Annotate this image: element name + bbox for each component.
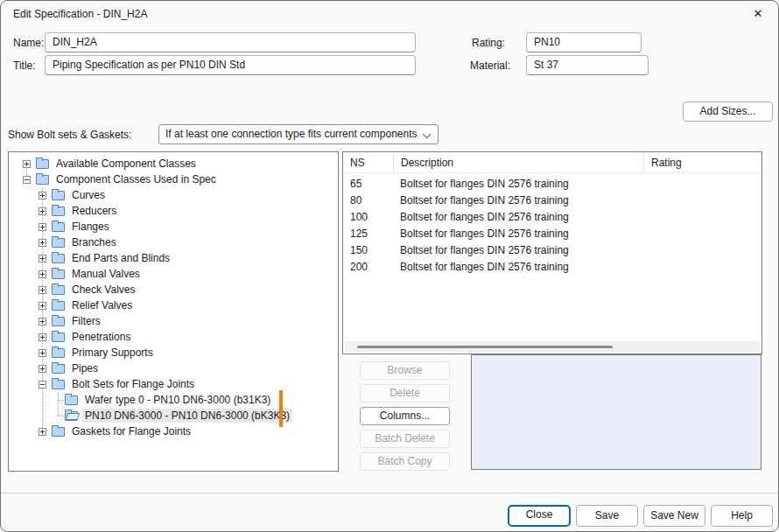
expand-icon[interactable] (39, 286, 46, 294)
open-folder-icon (65, 411, 78, 421)
title-label: Title: (13, 60, 36, 72)
tree-item-label: Branches (69, 235, 119, 249)
tree-item-wafer-boltset[interactable]: Wafer type 0 - PN10 DN6-3000 (b31K3) (9, 392, 338, 408)
cell-rating (643, 242, 761, 259)
cell-ns: 80 (343, 192, 393, 209)
add-sizes-button[interactable]: Add Sizes... (683, 102, 773, 122)
folder-icon (52, 254, 65, 263)
tree-item-label: Flanges (69, 220, 112, 234)
save-button[interactable]: Save (576, 505, 638, 527)
folder-icon (52, 206, 65, 216)
column-header-rating[interactable]: Rating (643, 152, 761, 173)
preview-panel (471, 354, 761, 470)
folder-icon (52, 191, 65, 200)
expand-icon[interactable] (39, 270, 46, 278)
batch-copy-button[interactable]: Batch Copy (360, 452, 450, 471)
tree-item-reducers[interactable]: Reducers (9, 203, 338, 219)
cell-rating (643, 192, 761, 209)
title-bar[interactable]: Edit Specification - DIN_H2A ✕ (1, 1, 778, 27)
tree-item-gaskets[interactable]: Gaskets for Flange Joints (9, 424, 338, 439)
tree-item-label: Relief Valves (69, 298, 135, 312)
footer-divider (1, 493, 779, 494)
close-icon[interactable]: ✕ (745, 4, 771, 24)
tree-item-pn10-boltset[interactable]: PN10 DN6-3000 - PN10 DN6-3000 (bK3K3) (9, 408, 338, 424)
table-row[interactable]: 125 Boltset for flanges DIN 2576 trainin… (343, 226, 761, 242)
folder-icon (52, 301, 65, 311)
tree-item-label: Penetrations (69, 330, 133, 344)
filter-dropdown-value: If at least one connection type fits cur… (165, 128, 418, 140)
scrollbar-thumb[interactable] (357, 346, 613, 348)
horizontal-scrollbar[interactable] (345, 341, 760, 352)
tree-item-manual-valves[interactable]: Manual Valves (9, 266, 338, 282)
tree-item-label: Component Classes Used in Spec (53, 172, 219, 186)
collapse-icon[interactable] (39, 381, 46, 388)
tree-item-end-parts[interactable]: End Parts and Blinds (9, 250, 338, 266)
tree-item-flanges[interactable]: Flanges (9, 219, 338, 234)
expand-icon[interactable] (39, 223, 46, 231)
column-header-ns[interactable]: NS (343, 152, 393, 173)
expand-icon[interactable] (23, 160, 31, 168)
save-new-button[interactable]: Save New (643, 505, 705, 527)
expand-icon[interactable] (39, 302, 46, 310)
expand-icon[interactable] (39, 349, 46, 357)
expand-icon[interactable] (39, 239, 46, 247)
tree-item-label: End Parts and Blinds (69, 251, 172, 265)
expand-icon[interactable] (39, 428, 46, 436)
columns-button[interactable]: Columns... (360, 407, 450, 425)
tree-item-branches[interactable]: Branches (9, 234, 338, 250)
expand-icon[interactable] (39, 318, 46, 326)
help-button[interactable]: Help (711, 505, 773, 527)
folder-icon (52, 238, 65, 248)
window-title: Edit Specification - DIN_H2A (13, 8, 147, 20)
tree-item-pipes[interactable]: Pipes (9, 360, 338, 376)
batch-delete-button[interactable]: Batch Delete (360, 430, 450, 448)
selection-marker (279, 390, 283, 427)
folder-icon (65, 396, 78, 405)
table-row[interactable]: 80 Boltset for flanges DIN 2576 training (343, 192, 761, 209)
expand-icon[interactable] (39, 207, 46, 215)
cell-ns: 100 (343, 209, 393, 226)
rating-field[interactable]: PN10 (526, 32, 642, 52)
filter-dropdown[interactable]: If at least one connection type fits cur… (158, 124, 439, 144)
tree-item-label: Curves (69, 188, 108, 202)
close-button[interactable]: Close (508, 505, 571, 527)
table-row[interactable]: 65 Boltset for flanges DIN 2576 training (343, 176, 761, 192)
table-header: NS Description Rating (343, 152, 761, 173)
column-header-description[interactable]: Description (393, 152, 643, 173)
tree-item-used-in-spec[interactable]: Component Classes Used in Spec (9, 172, 338, 187)
table-row[interactable]: 200 Boltset for flanges DIN 2576 trainin… (343, 259, 761, 276)
table-row[interactable]: 150 Boltset for flanges DIN 2576 trainin… (343, 242, 761, 259)
material-field[interactable]: St 37 (526, 55, 649, 75)
boltset-table-panel[interactable]: NS Description Rating 65 Boltset for fla… (342, 151, 762, 354)
tree-item-label: Bolt Sets for Flange Joints (69, 377, 197, 391)
browse-button[interactable]: Browse (360, 361, 450, 380)
expand-icon[interactable] (39, 192, 46, 200)
tree-item-available-classes[interactable]: Available Component Classes (9, 156, 338, 172)
folder-icon (36, 159, 49, 169)
tree-item-penetrations[interactable]: Penetrations (9, 329, 338, 345)
folder-icon (52, 317, 65, 326)
expand-icon[interactable] (39, 333, 46, 341)
collapse-icon[interactable] (23, 176, 31, 184)
tree-item-label: Manual Valves (69, 267, 143, 281)
name-field[interactable]: DIN_H2A (45, 32, 416, 52)
table-body: 65 Boltset for flanges DIN 2576 training… (343, 173, 761, 276)
tree-item-check-valves[interactable]: Check Valves (9, 282, 338, 298)
tree-item-label: Check Valves (69, 283, 137, 297)
table-row[interactable]: 100 Boltset for flanges DIN 2576 trainin… (343, 209, 761, 226)
component-tree-panel[interactable]: Available Component Classes Component Cl… (8, 151, 339, 472)
tree-item-primary-supports[interactable]: Primary Supports (9, 345, 338, 360)
expand-icon[interactable] (39, 255, 46, 262)
tree-item-label: Filters (69, 314, 103, 328)
tree-item-bolt-sets[interactable]: Bolt Sets for Flange Joints (9, 376, 338, 392)
folder-icon (52, 427, 65, 437)
tree-item-filters[interactable]: Filters (9, 313, 338, 329)
title-field[interactable]: Piping Specification as per PN10 DIN Std (45, 55, 416, 75)
folder-icon (52, 364, 65, 374)
tree-item-relief-valves[interactable]: Relief Valves (9, 298, 338, 313)
tree-item-curves[interactable]: Curves (9, 187, 338, 203)
delete-button[interactable]: Delete (360, 384, 450, 402)
cell-rating (643, 176, 761, 192)
expand-icon[interactable] (39, 365, 46, 373)
cell-ns: 200 (343, 259, 393, 276)
